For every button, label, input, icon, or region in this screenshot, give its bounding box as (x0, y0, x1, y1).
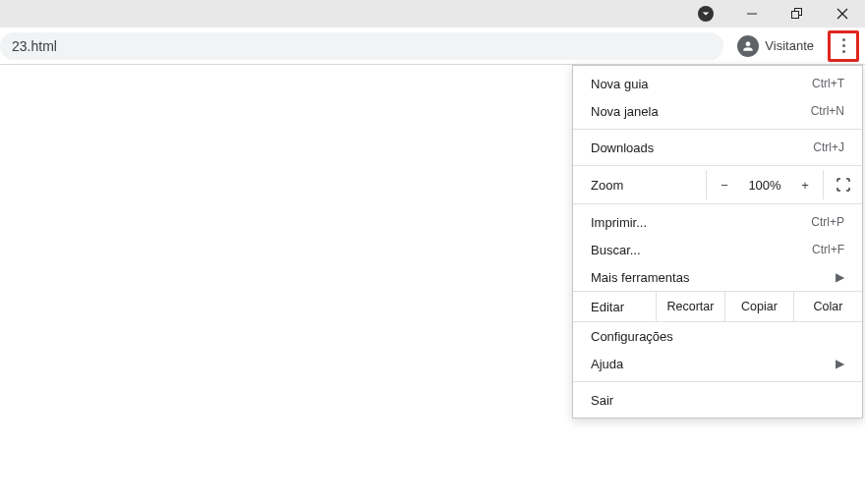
menu-item-shortcut: Ctrl+N (811, 104, 844, 118)
close-button[interactable] (820, 0, 865, 28)
edit-label: Editar (573, 292, 656, 321)
menu-settings[interactable]: Configurações (573, 322, 862, 350)
cut-button[interactable]: Recortar (656, 292, 724, 321)
menu-downloads[interactable]: Downloads Ctrl+J (573, 134, 862, 161)
fullscreen-button[interactable] (823, 170, 862, 199)
highlight-annotation (828, 30, 859, 62)
zoom-out-button[interactable]: − (707, 178, 742, 193)
menu-item-shortcut: Ctrl+T (812, 77, 844, 90)
menu-item-shortcut: Ctrl+P (811, 215, 844, 229)
menu-item-label: Nova janela (591, 104, 659, 119)
menu-separator (573, 129, 862, 130)
menu-button[interactable] (832, 34, 855, 58)
menu-new-tab[interactable]: Nova guia Ctrl+T (573, 70, 862, 97)
menu-help[interactable]: Ajuda ▶ (573, 350, 862, 377)
submenu-arrow-icon: ▶ (836, 270, 844, 284)
menu-item-label: Buscar... (591, 243, 641, 257)
paste-button[interactable]: Colar (793, 292, 862, 321)
menu-separator (573, 203, 862, 204)
menu-item-label: Sair (591, 393, 613, 408)
address-bar-text: 23.html (12, 38, 57, 54)
menu-find[interactable]: Buscar... Ctrl+F (573, 236, 862, 263)
maximize-button[interactable] (775, 0, 820, 28)
submenu-arrow-icon: ▶ (836, 357, 844, 370)
zoom-value: 100% (742, 178, 787, 193)
minimize-icon (746, 8, 758, 20)
profile-chip[interactable]: Visitante (733, 32, 824, 60)
menu-item-label: Imprimir... (591, 215, 647, 230)
minimize-button[interactable] (729, 0, 775, 28)
close-icon (836, 8, 848, 20)
window-titlebar (0, 0, 865, 28)
menu-item-shortcut: Ctrl+F (812, 243, 844, 256)
menu-print[interactable]: Imprimir... Ctrl+P (573, 208, 862, 236)
menu-item-label: Mais ferramentas (591, 270, 689, 285)
profile-label: Visitante (765, 38, 814, 53)
address-bar[interactable]: 23.html (0, 32, 723, 60)
menu-new-window[interactable]: Nova janela Ctrl+N (573, 97, 862, 125)
menu-item-label: Configurações (591, 329, 673, 344)
zoom-label: Zoom (591, 178, 706, 193)
menu-item-shortcut: Ctrl+J (813, 140, 844, 154)
avatar-icon (737, 35, 759, 57)
copy-button[interactable]: Copiar (724, 292, 793, 321)
menu-exit[interactable]: Sair (573, 386, 862, 414)
menu-edit-row: Editar Recortar Copiar Colar (573, 291, 862, 322)
maximize-icon (791, 8, 803, 20)
menu-zoom-row: Zoom − 100% + (573, 170, 862, 199)
fullscreen-icon (836, 178, 850, 192)
media-control-button[interactable] (692, 6, 720, 22)
menu-separator (573, 165, 862, 166)
browser-toolbar: 23.html Visitante (0, 28, 865, 65)
menu-more-tools[interactable]: Mais ferramentas ▶ (573, 263, 862, 291)
menu-separator (573, 381, 862, 382)
menu-item-label: Nova guia (591, 77, 649, 91)
media-down-icon (698, 6, 714, 22)
menu-item-label: Downloads (591, 140, 654, 155)
zoom-in-button[interactable]: + (787, 178, 823, 193)
menu-item-label: Ajuda (591, 357, 623, 371)
chrome-menu: Nova guia Ctrl+T Nova janela Ctrl+N Down… (572, 65, 863, 419)
